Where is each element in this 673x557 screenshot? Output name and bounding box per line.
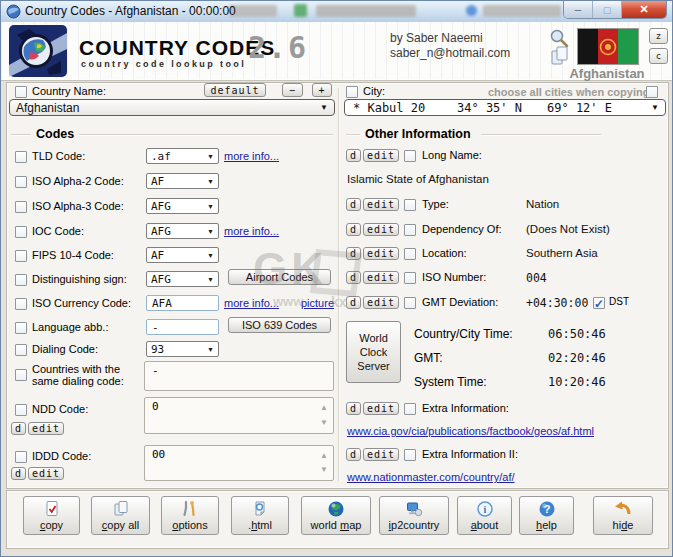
gmt-checkbox[interactable] [404,297,416,309]
about-button[interactable]: i about [457,496,512,535]
iso-alpha3-checkbox[interactable] [15,201,27,213]
dependency-d-button[interactable]: d [346,223,361,236]
extra1-edit-button[interactable]: edit [363,402,399,415]
scroll-down-icon[interactable]: ▼ [320,466,328,474]
world-clock-server-button[interactable]: World Clock Server [346,321,401,383]
hide-button[interactable]: hide [593,496,653,535]
ioc-code-select[interactable]: AFG ▼ [146,223,219,239]
ioc-more-info-link[interactable]: more info... [224,225,279,237]
currency-more-info-link[interactable]: more info... [224,297,279,309]
ndd-code-box[interactable]: 0 ▲ ▼ [144,397,334,434]
extra1-link[interactable]: www.cia.gov/cia/publications/factbook/ge… [347,425,594,437]
choose-all-cities-checkbox[interactable] [646,86,658,98]
iso-alpha2-select[interactable]: AF ▼ [146,173,219,189]
extra2-d-button[interactable]: d [346,448,361,461]
close-button[interactable]: ✕ [622,1,666,18]
distinguishing-sign-select[interactable]: AFG ▼ [146,271,219,287]
same-dialing-box[interactable]: - [144,361,334,391]
copy-all-button[interactable]: copy all [91,496,150,535]
dependency-checkbox[interactable] [404,224,416,236]
iddd-code-box[interactable]: 00 ▲ ▼ [144,445,334,481]
location-value: Southern Asia [526,247,598,259]
maximize-button[interactable]: ▢ [593,1,622,18]
iso-number-edit-button[interactable]: edit [363,271,399,284]
ip2country-button[interactable]: ip2country [379,496,449,535]
hide-icon [613,500,633,518]
search-icon[interactable] [549,28,569,48]
location-d-button[interactable]: d [346,247,361,260]
world-map-button[interactable]: world map [301,496,371,535]
iso639-codes-button[interactable]: ISO 639 Codes [228,317,331,333]
extra2-edit-button[interactable]: edit [363,448,399,461]
longname-edit-button[interactable]: edit [363,149,399,162]
options-icon [181,500,199,518]
language-abb-input[interactable]: - [146,319,219,335]
type-edit-button[interactable]: edit [363,198,399,211]
increment-country-button[interactable]: + [312,83,332,97]
ndd-code-checkbox[interactable] [15,404,27,416]
dialing-code-select[interactable]: 93 ▼ [146,341,219,357]
tld-code-select[interactable]: .af ▼ [146,148,219,164]
chevron-down-icon: ▼ [651,104,659,112]
fips-code-checkbox[interactable] [15,250,27,262]
iso-number-d-button[interactable]: d [346,271,361,284]
copy-button[interactable]: copy [23,496,80,535]
iddd-code-checkbox[interactable] [15,451,27,463]
copy-pages-icon[interactable] [551,46,569,66]
iso-alpha3-value: AFG [151,200,171,213]
longname-d-button[interactable]: d [346,149,361,162]
iso-currency-input[interactable]: AFA [146,295,219,311]
airport-codes-button[interactable]: Airport Codes [228,269,331,285]
ndd-d-button[interactable]: d [11,422,26,435]
iddd-edit-button[interactable]: edit [28,467,64,480]
tld-more-info-link[interactable]: more info... [224,150,279,162]
html-button[interactable]: .html [231,496,289,535]
location-checkbox[interactable] [404,248,416,260]
iso-currency-checkbox[interactable] [15,298,27,310]
options-button[interactable]: options [161,496,219,535]
tld-code-checkbox[interactable] [15,151,27,163]
currency-picture-link[interactable]: picture [301,297,334,309]
background-window-fragment [483,5,561,17]
extra2-link[interactable]: www.nationmaster.com/country/af/ [347,471,515,483]
iso-alpha2-checkbox[interactable] [15,176,27,188]
distinguishing-sign-checkbox[interactable] [15,274,27,286]
iso-number-checkbox[interactable] [404,272,416,284]
extra1-checkbox[interactable] [404,403,416,415]
iso-alpha3-select[interactable]: AFG ▼ [146,198,219,214]
scroll-down-icon[interactable]: ▼ [320,419,328,427]
ioc-code-checkbox[interactable] [15,226,27,238]
dst-checkbox[interactable]: ✓ [593,297,605,309]
default-button[interactable]: default [204,83,266,97]
gmt-d-button[interactable]: d [346,296,361,309]
dialing-code-checkbox[interactable] [15,344,27,356]
dialing-code-value: 93 [151,343,164,356]
minimize-button[interactable]: ─ [564,1,593,18]
ndd-edit-button[interactable]: edit [28,422,64,435]
decrement-country-button[interactable]: − [282,83,303,97]
fips-code-select[interactable]: AF ▼ [146,247,219,263]
title-bar[interactable]: Country Codes - Afghanistan - 00:00:00 ─… [1,1,672,23]
country-select[interactable]: Afghanistan ▼ [9,99,335,116]
gmt-edit-button[interactable]: edit [363,296,399,309]
language-abb-checkbox[interactable] [15,322,27,334]
longname-checkbox[interactable] [404,150,416,162]
help-button[interactable]: ? help [519,496,574,535]
z-button[interactable]: z [649,28,668,44]
codes-divider-left [11,134,31,136]
country-name-checkbox[interactable] [15,86,27,98]
author-info: by Saber Naeemi saber_n@hotmail.com [390,31,510,61]
city-select[interactable]: * Kabul 20 34° 35' N 69° 12' E ▼ [344,99,666,116]
same-dialing-checkbox[interactable] [15,369,27,381]
extra1-d-button[interactable]: d [346,402,361,415]
scroll-up-icon[interactable]: ▲ [320,452,328,460]
location-edit-button[interactable]: edit [363,247,399,260]
scroll-up-icon[interactable]: ▲ [320,404,328,412]
dependency-edit-button[interactable]: edit [363,223,399,236]
c-button[interactable]: c [649,48,668,64]
type-d-button[interactable]: d [346,198,361,211]
extra2-checkbox[interactable] [404,449,416,461]
type-checkbox[interactable] [404,199,416,211]
iddd-d-button[interactable]: d [11,467,26,480]
city-checkbox[interactable] [346,86,358,98]
